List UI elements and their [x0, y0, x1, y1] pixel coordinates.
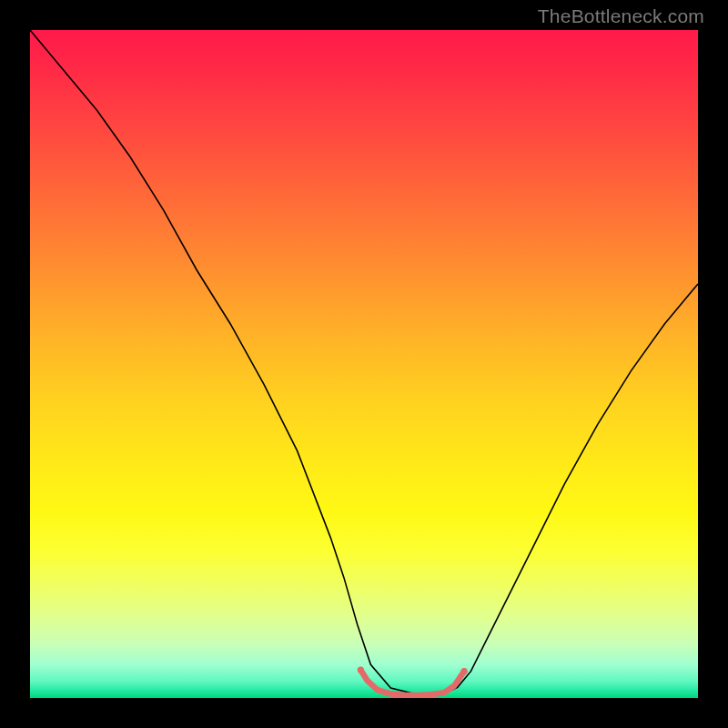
chart-frame: TheBottleneck.com [0, 0, 728, 728]
series-red-highlight [360, 670, 464, 695]
curve-layer [30, 30, 698, 698]
series-red-highlight-cap [461, 668, 468, 674]
plot-area [30, 30, 698, 698]
watermark-text: TheBottleneck.com [538, 5, 704, 27]
series-red-highlight-cap [358, 667, 364, 673]
series-black-curve [30, 30, 698, 694]
